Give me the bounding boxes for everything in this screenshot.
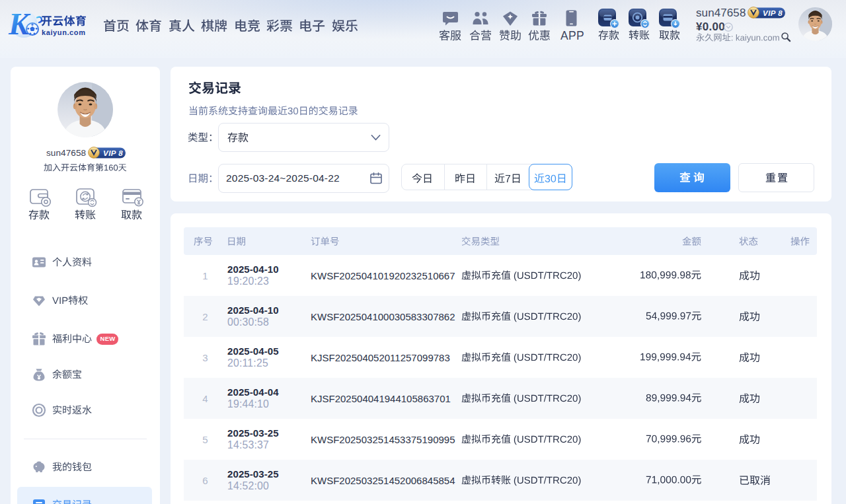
svg-text:VIP 8: VIP 8 xyxy=(763,9,783,17)
svg-text:K: K xyxy=(8,7,31,41)
svg-text:VIP 8: VIP 8 xyxy=(103,149,123,157)
